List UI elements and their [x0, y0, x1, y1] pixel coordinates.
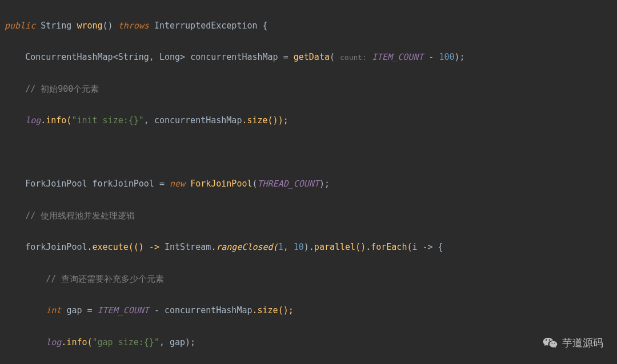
- code-line: // 使用线程池并发处理逻辑: [5, 208, 617, 224]
- code-line: int gap = ITEM_COUNT - concurrentHashMap…: [5, 303, 617, 319]
- code-line: // 查询还需要补充多少个元素: [5, 272, 617, 288]
- watermark-text: 芋道源码: [562, 334, 603, 353]
- comment: // 使用线程池并发处理逻辑: [25, 211, 135, 221]
- code-line: ForkJoinPool forkJoinPool = new ForkJoin…: [5, 176, 617, 192]
- method-name: wrong: [77, 21, 102, 31]
- code-line: [5, 145, 617, 161]
- code-line: log.info("init size:{}", concurrentHashM…: [5, 113, 617, 129]
- code-editor[interactable]: public String wrong() throws Interrupted…: [0, 0, 617, 364]
- param-hint: count:: [340, 53, 367, 62]
- code-line: // 初始900个元素: [5, 82, 617, 98]
- watermark: 芋道源码: [543, 334, 603, 353]
- comment: // 初始900个元素: [25, 84, 99, 94]
- code-line: ConcurrentHashMap<String, Long> concurre…: [5, 50, 617, 66]
- code-line: log.info("gap size:{}", gap);: [5, 335, 617, 351]
- keyword-public: public: [5, 21, 35, 31]
- code-line: forkJoinPool.execute(() -> IntStream.ran…: [5, 240, 617, 256]
- comment: // 查询还需要补充多少个元素: [46, 274, 164, 284]
- keyword-throws: throws: [118, 21, 149, 31]
- wechat-icon: [543, 337, 558, 349]
- code-line: public String wrong() throws Interrupted…: [5, 18, 617, 34]
